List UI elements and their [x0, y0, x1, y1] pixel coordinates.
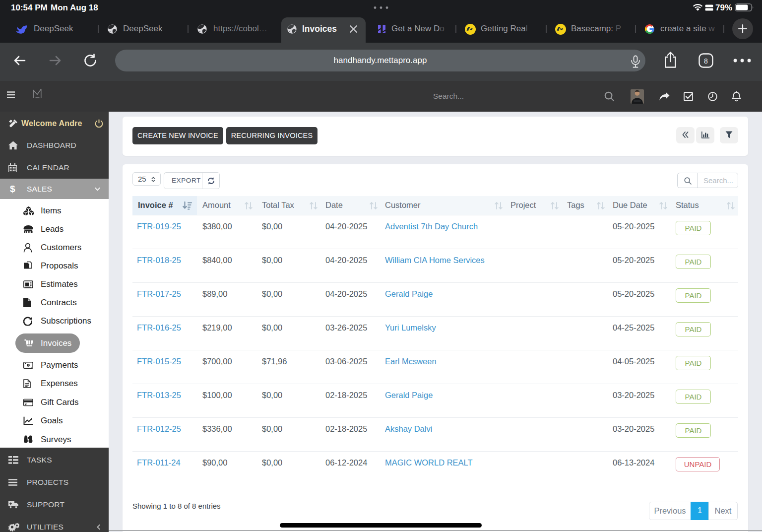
- svg-text:8: 8: [704, 57, 708, 65]
